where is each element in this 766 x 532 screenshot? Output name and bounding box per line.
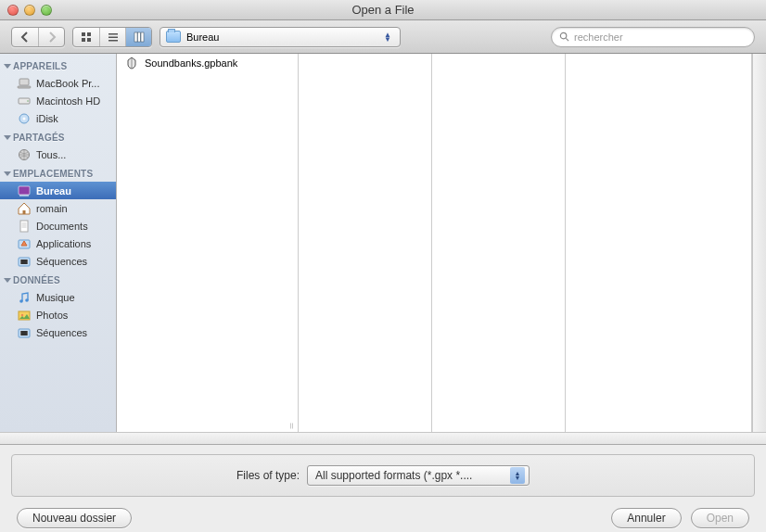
minimize-icon[interactable] [24, 5, 35, 16]
sidebar-item-label: Bureau [36, 185, 71, 196]
photos-icon [17, 308, 32, 323]
movies-folder-icon [17, 254, 32, 269]
document-folder-icon [17, 219, 32, 234]
sidebar-item-movies[interactable]: Séquences [0, 252, 116, 270]
sidebar-group-label: DONNÉES [13, 275, 60, 285]
sidebar-item-label: Macintosh HD [36, 95, 100, 107]
browser-column-2[interactable] [299, 54, 432, 432]
home-icon [17, 201, 32, 216]
svg-rect-28 [20, 260, 28, 264]
svg-rect-4 [109, 33, 118, 35]
location-popup[interactable]: Bureau ▲▼ [160, 27, 401, 47]
file-types-label: Files of type: [236, 469, 300, 482]
svg-rect-20 [19, 195, 29, 196]
file-icon [124, 56, 139, 70]
sidebar-item-label: Applications [36, 238, 91, 249]
svg-rect-7 [134, 32, 137, 42]
forward-button[interactable] [38, 28, 64, 46]
sidebar-item-label: Séquences [36, 256, 87, 267]
sidebar-group-shared[interactable]: PARTAGÉS [0, 129, 116, 146]
sidebar-item-label: Musique [36, 292, 75, 303]
sidebar-group-places[interactable]: EMPLACEMENTS [0, 165, 116, 182]
desktop-icon [17, 184, 32, 198]
search-input[interactable] [574, 32, 747, 43]
svg-rect-21 [23, 210, 26, 214]
svg-rect-5 [109, 36, 118, 38]
browser-column-3[interactable] [432, 54, 566, 432]
svg-rect-6 [109, 40, 118, 42]
search-field[interactable] [551, 27, 755, 47]
hdd-icon [17, 94, 32, 108]
globe-icon [17, 147, 32, 162]
idisk-icon [17, 111, 32, 126]
sidebar-item-all[interactable]: Tous... [0, 146, 116, 163]
sidebar-item-label: Documents [36, 221, 88, 232]
svg-point-17 [23, 117, 26, 120]
file-row[interactable]: Soundbanks.gpbank [117, 54, 298, 72]
svg-line-11 [566, 38, 568, 41]
window-controls [7, 5, 52, 16]
sidebar-item-macbook[interactable]: MacBook Pr... [0, 74, 116, 92]
file-types-panel: Files of type: All supported formats (*.… [11, 454, 755, 497]
svg-rect-36 [20, 331, 28, 336]
main-area: APPAREILS MacBook Pr... Macintosh HD iDi… [0, 54, 766, 432]
svg-rect-29 [20, 260, 21, 264]
columns-icon [133, 31, 146, 44]
disclosure-triangle-icon [4, 278, 11, 283]
disclosure-triangle-icon [4, 135, 11, 140]
svg-rect-2 [82, 38, 85, 42]
sidebar-group-label: EMPLACEMENTS [13, 169, 93, 179]
chevron-left-icon [19, 31, 32, 44]
file-name: Soundbanks.gpbank [145, 57, 237, 69]
zoom-icon[interactable] [41, 5, 52, 16]
sidebar-item-idisk[interactable]: iDisk [0, 109, 116, 127]
sidebar-item-label: Séquences [36, 327, 87, 338]
sidebar-item-desktop[interactable]: Bureau [0, 182, 116, 199]
browser-column-1[interactable]: Soundbanks.gpbank ॥ [117, 54, 299, 432]
open-button[interactable]: Open [691, 508, 749, 528]
column-view-button[interactable] [125, 28, 151, 46]
view-mode-buttons [72, 27, 152, 47]
sidebar-group-label: PARTAGÉS [13, 133, 65, 143]
list-view-button[interactable] [99, 28, 125, 46]
back-button[interactable] [12, 28, 38, 46]
column-resize-handle[interactable]: ॥ [285, 419, 298, 432]
location-label: Bureau [186, 32, 219, 43]
sidebar-item-label: Tous... [36, 149, 66, 160]
sidebar-item-label: MacBook Pr... [36, 78, 99, 89]
sidebar-item-music[interactable]: Musique [0, 288, 116, 306]
cancel-button[interactable]: Annuler [611, 508, 681, 528]
svg-rect-19 [19, 186, 30, 195]
new-folder-button[interactable]: Nouveau dossier [17, 508, 132, 528]
chevron-right-icon [45, 31, 58, 44]
sidebar-group-media[interactable]: DONNÉES [0, 272, 116, 288]
dialog-buttons: Nouveau dossier Annuler Open [0, 502, 766, 532]
sidebar-group-label: APPAREILS [13, 61, 67, 71]
sidebar-item-macintosh-hd[interactable]: Macintosh HD [0, 92, 116, 109]
laptop-icon [17, 76, 32, 91]
list-icon [107, 31, 120, 44]
browser-column-4[interactable] [566, 54, 752, 432]
svg-rect-12 [19, 79, 29, 85]
sidebar-item-label: romain [36, 203, 68, 214]
titlebar: Open a File [0, 0, 766, 20]
sidebar-item-photos[interactable]: Photos [0, 306, 116, 323]
svg-rect-22 [20, 221, 28, 232]
sidebar-item-home[interactable]: romain [0, 199, 116, 217]
svg-point-32 [25, 298, 29, 302]
sidebar-group-devices[interactable]: APPAREILS [0, 57, 116, 74]
svg-point-31 [19, 299, 23, 303]
sidebar-item-label: iDisk [36, 113, 58, 124]
disclosure-triangle-icon [4, 171, 11, 176]
sidebar-item-documents[interactable]: Documents [0, 217, 116, 234]
sidebar-item-applications[interactable]: Applications [0, 234, 116, 252]
icon-view-button[interactable] [73, 28, 99, 46]
movies-folder-icon [17, 325, 32, 340]
horizontal-scrollbar[interactable] [0, 432, 766, 445]
sidebar-item-movies-2[interactable]: Séquences [0, 323, 116, 341]
grid-icon [80, 31, 93, 44]
close-icon[interactable] [7, 5, 19, 16]
vertical-scrollbar[interactable] [752, 54, 766, 432]
file-types-popup[interactable]: All supported formats (*.gpx *.... ▲▼ [307, 465, 530, 486]
svg-rect-38 [27, 331, 28, 336]
